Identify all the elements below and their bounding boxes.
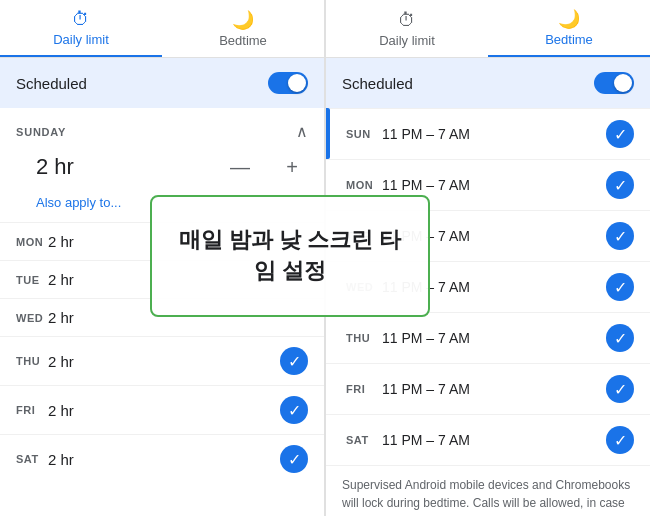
check-icon-mon[interactable]: ✓ xyxy=(606,171,634,199)
check-icon-thu-right[interactable]: ✓ xyxy=(606,324,634,352)
info-text: Supervised Android mobile devices and Ch… xyxy=(326,465,650,516)
day-label-sat: SAT xyxy=(16,453,48,465)
bedtime-day-mon: MON xyxy=(346,179,382,191)
list-item: SUN 11 PM – 7 AM ✓ xyxy=(326,108,650,159)
check-icon-wed[interactable]: ✓ xyxy=(606,273,634,301)
tab-daily-label-right: Daily limit xyxy=(379,33,435,48)
scheduled-toggle-left[interactable] xyxy=(268,72,308,94)
scheduled-row-right: Scheduled xyxy=(326,58,650,108)
bedtime-day-sun: SUN xyxy=(346,128,382,140)
left-tabs: ⏱ Daily limit 🌙 Bedtime xyxy=(0,0,324,58)
day-time-sat: 2 hr xyxy=(48,451,280,468)
moon-icon-left: 🌙 xyxy=(232,11,254,29)
scheduled-toggle-right[interactable] xyxy=(594,72,634,94)
sunday-label: SUNDAY xyxy=(16,126,66,138)
bedtime-time-sun: 11 PM – 7 AM xyxy=(382,126,606,142)
right-tabs: ⏱ Daily limit 🌙 Bedtime xyxy=(326,0,650,58)
day-label-wed: WED xyxy=(16,312,48,324)
scheduled-label-right: Scheduled xyxy=(342,75,413,92)
time-control: 2 hr — + xyxy=(0,147,324,191)
check-icon-tue[interactable]: ✓ xyxy=(606,222,634,250)
list-item: FRI 11 PM – 7 AM ✓ xyxy=(326,363,650,414)
overlay-popup: 매일 밤과 낮 스크린 타임 설정 xyxy=(150,195,430,317)
day-label-tue: TUE xyxy=(16,274,48,286)
list-item: SAT 11 PM – 7 AM ✓ xyxy=(326,414,650,465)
bedtime-day-fri: FRI xyxy=(346,383,382,395)
check-icon-thu[interactable]: ✓ xyxy=(280,347,308,375)
check-icon-sun[interactable]: ✓ xyxy=(606,120,634,148)
tab-bedtime-label-right: Bedtime xyxy=(545,32,593,47)
tab-bedtime-label-left: Bedtime xyxy=(219,33,267,48)
tab-bedtime-right[interactable]: 🌙 Bedtime xyxy=(488,0,650,57)
table-row: SAT 2 hr ✓ xyxy=(0,434,324,483)
overlay-text: 매일 밤과 낮 스크린 타임 설정 xyxy=(172,225,408,287)
sunday-time-value: 2 hr xyxy=(16,154,204,180)
bedtime-time-thu: 11 PM – 7 AM xyxy=(382,330,606,346)
day-label-mon: MON xyxy=(16,236,48,248)
bedtime-row-fri: FRI 11 PM – 7 AM ✓ xyxy=(326,363,650,414)
day-time-fri: 2 hr xyxy=(48,402,280,419)
bedtime-time-fri: 11 PM – 7 AM xyxy=(382,381,606,397)
timer-icon-left: ⏱ xyxy=(72,10,90,28)
tab-daily-right[interactable]: ⏱ Daily limit xyxy=(326,0,488,57)
bedtime-row-sun: SUN 11 PM – 7 AM ✓ xyxy=(330,108,650,159)
bedtime-day-sat: SAT xyxy=(346,434,382,446)
increase-button[interactable]: + xyxy=(276,151,308,183)
bedtime-day-thu: THU xyxy=(346,332,382,344)
list-item: THU 11 PM – 7 AM ✓ xyxy=(326,312,650,363)
day-time-thu: 2 hr xyxy=(48,353,280,370)
bedtime-time-mon: 11 PM – 7 AM xyxy=(382,177,606,193)
tab-bedtime-left[interactable]: 🌙 Bedtime xyxy=(162,0,324,57)
tab-daily-label-left: Daily limit xyxy=(53,32,109,47)
day-label-fri: FRI xyxy=(16,404,48,416)
bedtime-time-sat: 11 PM – 7 AM xyxy=(382,432,606,448)
bedtime-row-sat: SAT 11 PM – 7 AM ✓ xyxy=(326,414,650,465)
scheduled-row-left: Scheduled xyxy=(0,58,324,108)
scheduled-label-left: Scheduled xyxy=(16,75,87,92)
bedtime-row-thu: THU 11 PM – 7 AM ✓ xyxy=(326,312,650,363)
check-icon-sat-right[interactable]: ✓ xyxy=(606,426,634,454)
moon-icon-right: 🌙 xyxy=(558,10,580,28)
table-row: FRI 2 hr ✓ xyxy=(0,385,324,434)
timer-icon-right: ⏱ xyxy=(398,11,416,29)
day-label-thu: THU xyxy=(16,355,48,367)
table-row: THU 2 hr ✓ xyxy=(0,336,324,385)
decrease-button[interactable]: — xyxy=(224,151,256,183)
check-icon-sat[interactable]: ✓ xyxy=(280,445,308,473)
sunday-header[interactable]: SUNDAY ∧ xyxy=(0,108,324,147)
check-icon-fri[interactable]: ✓ xyxy=(280,396,308,424)
tab-daily-left[interactable]: ⏱ Daily limit xyxy=(0,0,162,57)
check-icon-fri-right[interactable]: ✓ xyxy=(606,375,634,403)
chevron-up-icon: ∧ xyxy=(296,122,308,141)
